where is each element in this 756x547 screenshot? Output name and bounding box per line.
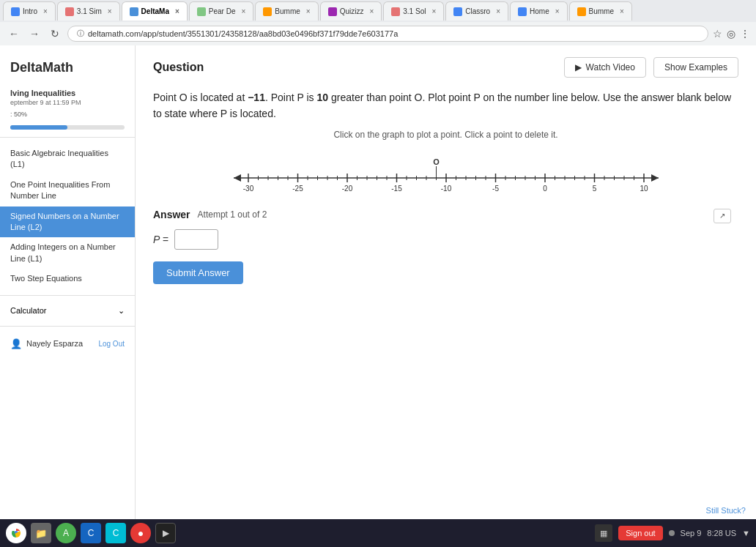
address-text: deltamath.com/app/student/3551301/243581… — [88, 29, 398, 38]
svg-text:O: O — [433, 157, 440, 166]
p-input[interactable] — [174, 229, 218, 250]
back-button[interactable]: ← — [6, 28, 22, 40]
svg-marker-2 — [651, 174, 659, 182]
tab-favicon — [263, 7, 272, 16]
bookmark-icon[interactable]: ☆ — [713, 28, 722, 40]
taskbar-right: ▦ Sign out Sep 9 8:28 US ▼ — [595, 524, 750, 542]
browser-tab[interactable]: Intro× — [3, 1, 56, 21]
tab-label: 3.1 Sol — [403, 7, 426, 15]
taskbar-files-icon[interactable]: 📁 — [31, 523, 51, 543]
taskbar-app1-icon[interactable]: A — [56, 523, 76, 543]
tab-close-button[interactable]: × — [429, 7, 436, 15]
taskbar-chrome-icon[interactable] — [6, 523, 26, 543]
sidebar-item-one-point[interactable]: One Point Inequalities From Number Line — [0, 175, 135, 206]
tab-label: DeltaMa — [141, 7, 169, 15]
page-container: DeltaMath lving Inequalities eptember 9 … — [0, 45, 756, 519]
sign-out-button[interactable]: Sign out — [618, 526, 662, 540]
tab-favicon — [577, 7, 586, 16]
expand-icon[interactable]: ↗ — [714, 209, 731, 223]
svg-text:-5: -5 — [492, 185, 499, 193]
browser-tab[interactable]: Bumme× — [569, 1, 632, 21]
browser-tab[interactable]: DeltaMa× — [122, 1, 188, 21]
tab-favicon — [130, 7, 138, 16]
forward-button[interactable]: → — [26, 28, 42, 40]
taskbar-app3-icon[interactable]: C — [105, 523, 126, 543]
number-line-container[interactable]: -30 -25 -20 -15 -10 -5 0 — [153, 150, 738, 194]
tab-label: Quizizz — [340, 7, 364, 15]
svg-text:0: 0 — [543, 185, 547, 193]
sidebar-item-adding-integers[interactable]: Adding Integers on a Number Line (L1) — [0, 237, 135, 269]
tab-close-button[interactable]: × — [239, 7, 246, 15]
browser-tab[interactable]: Quizizz× — [320, 1, 382, 21]
question-title: Question — [153, 61, 204, 74]
tab-favicon — [11, 7, 20, 16]
tab-close-button[interactable]: × — [172, 7, 179, 15]
sidebar-item-signed-numbers[interactable]: Signed Numbers on a Number Line (L2) — [0, 206, 135, 238]
user-icon: 👤 — [10, 338, 22, 349]
browser-chrome: Intro×3.1 Sim×DeltaMa×Pear De×Bumme×Quiz… — [0, 0, 756, 45]
browser-tab[interactable]: 3.1 Sim× — [57, 1, 120, 21]
sidebar-footer: 👤 Nayely Esparza Log Out — [0, 332, 135, 355]
taskbar-network-icon: ▼ — [742, 529, 750, 537]
tab-close-button[interactable]: × — [617, 7, 624, 15]
header-buttons: ▶ Watch Video Show Examples — [564, 57, 738, 78]
svg-text:-15: -15 — [391, 185, 402, 193]
taskbar-screenshot-icon[interactable]: ▦ — [595, 524, 612, 542]
browser-tab[interactable]: Bumme× — [255, 1, 318, 21]
browser-tab[interactable]: Pear De× — [189, 1, 254, 21]
watch-video-button[interactable]: ▶ Watch Video — [564, 57, 646, 78]
taskbar-app5-icon[interactable]: ▶ — [155, 523, 176, 543]
browser-tab[interactable]: Home× — [510, 1, 568, 21]
watch-video-label: Watch Video — [586, 62, 635, 72]
tab-favicon — [328, 7, 337, 16]
sidebar-divider — [0, 137, 135, 138]
sidebar-item-basic-alg[interactable]: Basic Algebraic Inequalities (L1) — [0, 144, 135, 175]
address-bar[interactable]: ⓘ deltamath.com/app/student/3551301/2435… — [67, 26, 708, 42]
tab-favicon — [391, 7, 400, 16]
tab-label: Intro — [23, 7, 37, 15]
taskbar-app4-icon[interactable]: ● — [130, 523, 151, 543]
progress-bar-fill — [10, 125, 67, 130]
tab-close-button[interactable]: × — [303, 7, 311, 15]
taskbar-app2-icon[interactable]: C — [81, 523, 101, 543]
taskbar: 📁 A C C ● ▶ ▦ Sign out Sep 9 8:28 US ▼ — [0, 519, 756, 547]
tab-close-button[interactable]: × — [40, 7, 48, 15]
question-instruction: Click on the graph to plot a point. Clic… — [153, 130, 738, 140]
show-examples-button[interactable]: Show Examples — [653, 57, 738, 78]
extensions-icon[interactable]: ◎ — [727, 28, 735, 40]
tab-close-button[interactable]: × — [105, 7, 112, 15]
tab-label: Home — [530, 7, 549, 15]
sidebar-section-title: lving Inequalities — [0, 84, 135, 99]
sidebar-divider-3 — [0, 326, 135, 327]
calculator-label: Calculator — [10, 306, 47, 315]
submit-answer-button[interactable]: Submit Answer — [153, 261, 243, 284]
number-line-svg[interactable]: -30 -25 -20 -15 -10 -5 0 — [226, 150, 666, 194]
answer-label: Answer — [153, 209, 190, 220]
p-label: P = — [153, 234, 168, 245]
play-icon: ▶ — [575, 62, 582, 72]
svg-text:-10: -10 — [440, 185, 451, 193]
sidebar-subtitle: eptember 9 at 11:59 PM — [0, 99, 135, 111]
logout-button[interactable]: Log Out — [98, 340, 125, 348]
sidebar-item-two-step[interactable]: Two Step Equations — [0, 269, 135, 289]
svg-text:-25: -25 — [292, 185, 303, 193]
reload-button[interactable]: ↻ — [47, 28, 63, 40]
question-body: Point O is located at −11. Point P is 10… — [153, 89, 738, 122]
tab-close-button[interactable]: × — [366, 7, 374, 15]
browser-tab[interactable]: Classro× — [445, 1, 508, 21]
tab-close-button[interactable]: × — [552, 7, 560, 15]
lock-icon: ⓘ — [77, 29, 84, 39]
calculator-row[interactable]: Calculator ⌄ — [0, 302, 135, 320]
tab-label: Pear De — [209, 7, 236, 15]
menu-icon[interactable]: ⋮ — [740, 28, 750, 40]
sidebar-divider-2 — [0, 295, 135, 296]
taskbar-dot — [669, 530, 675, 536]
tab-close-button[interactable]: × — [493, 7, 500, 15]
tab-favicon — [65, 7, 74, 16]
still-stuck-link[interactable]: Still Stuck? — [706, 506, 746, 515]
svg-text:10: 10 — [640, 185, 648, 193]
answer-section: Answer Attempt 1 out of 2 ↗ P = Submit A… — [153, 209, 738, 284]
svg-text:-30: -30 — [242, 185, 253, 193]
browser-tab[interactable]: 3.1 Sol× — [383, 1, 444, 21]
tab-label: Bumme — [589, 7, 614, 15]
